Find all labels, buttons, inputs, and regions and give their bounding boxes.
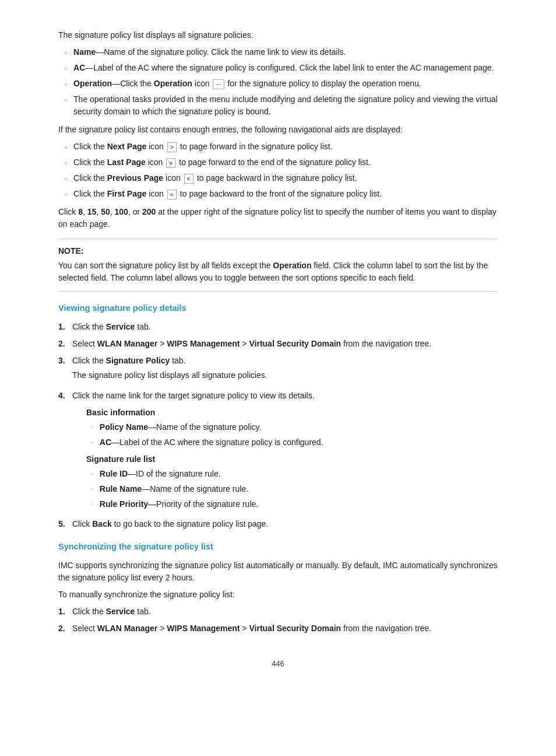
step1-2: 2. Select WLAN Manager > WIPS Management… — [58, 338, 498, 350]
bullet-dot-1: ○ — [64, 48, 68, 57]
rule-id-bullet: ○ Rule ID—ID of the signature rule. — [86, 468, 498, 480]
sig-rule-heading: Signature rule list — [86, 453, 498, 466]
prev-page-icon: < — [184, 174, 193, 184]
nav-dot-3: ○ — [64, 174, 68, 183]
last-page-icon: » — [166, 158, 175, 168]
basic-info-heading: Basic information — [86, 407, 498, 419]
page-number: 446 — [58, 658, 498, 670]
bullet-ac-text: AC—Label of the AC where the signature p… — [73, 62, 498, 74]
step1-1: 1. Click the Service tab. — [58, 321, 498, 333]
nav-dot-1: ○ — [64, 143, 68, 152]
first-page-icon: « — [167, 190, 177, 200]
nav-bullet-prev: ○ Click the Previous Page icon < to page… — [58, 172, 498, 184]
nav-first-text: Click the First Page icon « to page back… — [73, 188, 498, 200]
step2-1: 1. Click the Service tab. — [58, 606, 498, 618]
click-numbers-line: Click 8, 15, 50, 100, or 200 at the uppe… — [58, 206, 498, 230]
nav-dot-2: ○ — [64, 159, 68, 167]
section2-steps: 1. Click the Service tab. 2. Select WLAN… — [58, 606, 498, 635]
bullet-dot-4: ○ — [64, 96, 68, 104]
operation-icon: ··· — [213, 79, 224, 89]
bullet-tasks-text: The operational tasks provided in the me… — [73, 93, 498, 118]
rule-name-bullet: ○ Rule Name—Name of the signature rule. — [86, 483, 498, 495]
nav-next-text: Click the Next Page icon > to page forwa… — [73, 141, 498, 153]
rule-id-text: Rule ID—ID of the signature rule. — [100, 468, 221, 480]
sub-dot-1: ○ — [91, 424, 94, 431]
intro-line1: The signature policy list displays all s… — [58, 29, 498, 41]
ac-text: AC—Label of the AC where the signature p… — [100, 436, 323, 449]
sig-rule-bullets: ○ Rule ID—ID of the signature rule. ○ Ru… — [86, 468, 498, 510]
nav-last-text: Click the Last Page icon » to page forwa… — [73, 156, 498, 169]
sub-dot-5: ○ — [91, 501, 94, 508]
bullet-operation-text: Operation—Click the Operation icon ··· f… — [73, 78, 498, 90]
bullet-tasks: ○ The operational tasks provided in the … — [58, 93, 498, 118]
next-page-icon: > — [167, 142, 177, 152]
intro-bullets: ○ Name—Name of the signature policy. Cli… — [58, 46, 498, 118]
nav-bullet-first: ○ Click the First Page icon « to page ba… — [58, 188, 498, 200]
nav-intro: If the signature policy list contains en… — [58, 124, 498, 136]
section2-para2: To manually synchronize the signature po… — [58, 589, 498, 601]
section1-steps: 1. Click the Service tab. 2. Select WLAN… — [58, 321, 498, 530]
sub-dot-2: ○ — [91, 439, 94, 446]
bullet-dot-3: ○ — [64, 80, 68, 89]
nav-bullet-next: ○ Click the Next Page icon > to page for… — [58, 141, 498, 153]
rule-priority-bullet: ○ Rule Priority—Priority of the signatur… — [86, 498, 498, 510]
page: The signature policy list displays all s… — [0, 0, 556, 756]
step1-3: 3. Click the Signature Policy tab. The s… — [58, 355, 498, 385]
rule-priority-text: Rule Priority—Priority of the signature … — [100, 498, 258, 510]
ac-bullet: ○ AC—Label of the AC where the signature… — [86, 436, 498, 449]
bullet-dot-2: ○ — [64, 64, 68, 73]
rule-name-text: Rule Name—Name of the signature rule. — [100, 483, 248, 495]
step1-4: 4. Click the name link for the target si… — [58, 390, 498, 513]
step1-5: 5. Click Back to go back to the signatur… — [58, 518, 498, 530]
bullet-name: ○ Name—Name of the signature policy. Cli… — [58, 46, 498, 58]
bullet-operation: ○ Operation—Click the Operation icon ···… — [58, 78, 498, 90]
policy-name-bullet: ○ Policy Name—Name of the signature poli… — [86, 421, 498, 433]
bullet-name-text: Name—Name of the signature policy. Click… — [73, 46, 498, 58]
policy-name-text: Policy Name—Name of the signature policy… — [100, 421, 262, 433]
note-label: NOTE: — [58, 245, 498, 257]
nav-bullets: ○ Click the Next Page icon > to page for… — [58, 141, 498, 200]
section1-heading: Viewing signature policy details — [58, 302, 498, 315]
section2-heading: Synchronizing the signature policy list — [58, 541, 498, 554]
section2-para1: IMC supports synchronizing the signature… — [58, 559, 498, 584]
sub-dot-4: ○ — [91, 486, 94, 493]
bullet-ac: ○ AC—Label of the AC where the signature… — [58, 62, 498, 74]
nav-prev-text: Click the Previous Page icon < to page b… — [73, 172, 498, 184]
sub-dot-3: ○ — [91, 471, 94, 478]
step2-2: 2. Select WLAN Manager > WIPS Management… — [58, 622, 498, 635]
nav-dot-4: ○ — [64, 190, 68, 199]
note-block: NOTE: You can sort the signature policy … — [58, 239, 498, 292]
nav-bullet-last: ○ Click the Last Page icon » to page for… — [58, 156, 498, 169]
basic-info-bullets: ○ Policy Name—Name of the signature poli… — [86, 421, 498, 449]
note-text: You can sort the signature policy list b… — [58, 260, 498, 284]
